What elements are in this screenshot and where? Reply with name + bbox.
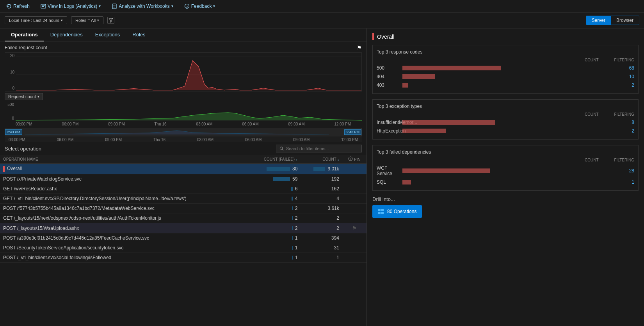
roles-filter[interactable]: Roles = All ▾: [71, 16, 103, 24]
op-pin-cell[interactable]: [342, 204, 366, 213]
op-count-cell: 3.61k: [301, 204, 342, 213]
svg-text:☺: ☺: [185, 5, 188, 8]
table-row[interactable]: POST /x/PrivateWatchdogService.svc 59 19…: [0, 174, 366, 184]
dropdown-label: Request count: [8, 94, 36, 99]
op-pin-cell[interactable]: [342, 233, 366, 243]
op-pin-cell[interactable]: [342, 253, 366, 263]
drill-into-title: Drill into...: [372, 196, 639, 202]
pin-button[interactable]: ⚑: [352, 225, 357, 231]
range-handle-right[interactable]: 2:43 PM: [344, 129, 361, 135]
panel-row[interactable]: WCF Service 28: [377, 164, 634, 178]
tab-operations[interactable]: Operations: [5, 29, 44, 41]
failed-request-chart[interactable]: 20 10 0: [5, 52, 362, 91]
panel-row[interactable]: InsufficientMemor... 8: [377, 118, 634, 127]
tab-exceptions[interactable]: Exceptions: [89, 29, 126, 41]
panel-row[interactable]: 403 2: [377, 81, 634, 90]
tab-roles[interactable]: Roles: [126, 29, 151, 41]
exception-types-header: COUNT FILTERING: [377, 112, 634, 116]
exception-types-title: Top 3 exception types: [377, 104, 634, 109]
filter-icon-btn[interactable]: [107, 17, 114, 24]
op-count-failed-cell: 6: [248, 184, 301, 194]
panel-row[interactable]: 500 68: [377, 64, 634, 72]
col-operation-name: OPERATION NAME: [0, 155, 248, 164]
table-row[interactable]: POST /_vti_bin/client.svc/social.followi…: [0, 253, 366, 263]
panel-bar: [402, 74, 435, 79]
col-count-failed[interactable]: COUNT (FAILED) ↑: [248, 155, 301, 164]
feedback-button[interactable]: ☺ Feedback ▾: [182, 3, 218, 10]
request-count-chart[interactable]: 500 0: [5, 102, 362, 121]
table-row[interactable]: POST /f57743b5755b445a8a1346c7a1bd7372/M…: [0, 204, 366, 213]
op-pin-cell[interactable]: [342, 243, 366, 253]
second-y-labels: 500 0: [5, 102, 16, 121]
view-logs-label: View in Logs (Analytics): [48, 4, 97, 9]
panel-row[interactable]: SQL 1: [377, 178, 634, 186]
response-codes-title: Top 3 response codes: [377, 49, 634, 55]
analyze-button[interactable]: Analyze with Workbooks ▾: [109, 3, 176, 10]
range-time-bar: 03:00 PM 06:00 PM 09:00 PM Thu 16 03:00 …: [5, 137, 362, 142]
op-name-cell: POST /_layouts/15/WsaUpload.ashx: [0, 223, 248, 233]
chart-metric-dropdown[interactable]: Request count ▾: [5, 93, 43, 100]
grid-icon: [378, 208, 384, 215]
pin-chart-icon[interactable]: ⚑: [357, 45, 362, 51]
table-row[interactable]: POST /a390e3cf91b2415c8dd9c7d445d12a85/F…: [0, 233, 366, 243]
drill-operations-button[interactable]: 80 Operations: [372, 205, 422, 218]
range-start-label: 2:43 PM: [7, 130, 20, 134]
op-count-failed-cell: 2: [248, 223, 301, 233]
search-input[interactable]: [286, 146, 358, 151]
table-row[interactable]: GET /wv/ResReader.ashx 6 162: [0, 184, 366, 194]
time-axis: 03:00 PM 06:00 PM 09:00 PM Thu 16 03:00 …: [5, 121, 362, 127]
tab-dependencies[interactable]: Dependencies: [44, 29, 89, 41]
op-count-failed-cell: 2: [248, 204, 301, 213]
panel-row-label: InsufficientMemor...: [377, 120, 400, 125]
op-pin-cell[interactable]: ⚑: [342, 223, 366, 233]
svg-rect-21: [378, 212, 381, 214]
browser-toggle-btn[interactable]: Browser: [611, 16, 639, 25]
operations-section-title: Select operation: [5, 146, 41, 152]
panel-bar-container: [402, 129, 618, 133]
panel-bar-container: [402, 66, 618, 70]
operations-table: OPERATION NAME COUNT (FAILED) ↑ COUNT ↕: [0, 155, 366, 263]
operations-header: Select operation: [0, 142, 366, 155]
op-pin-cell[interactable]: [342, 174, 366, 184]
range-selector[interactable]: 2:43 PM 2:43 PM: [5, 128, 362, 136]
chart-section: Failed request count ⚑ 20 10 0: [0, 41, 366, 142]
svg-rect-19: [378, 209, 381, 211]
table-row[interactable]: Overall 80 9.01k: [0, 164, 366, 174]
range-handle-left[interactable]: 2:43 PM: [5, 129, 22, 135]
table-row[interactable]: POST /SecurityTokenServiceApplication/se…: [0, 243, 366, 253]
col-count[interactable]: COUNT ↕: [301, 155, 342, 164]
op-count-cell: 31: [301, 243, 342, 253]
refresh-button[interactable]: Refresh: [4, 3, 32, 10]
range-minimap: [25, 130, 329, 134]
count-bar: [292, 197, 293, 201]
op-count-failed-cell: 1: [248, 243, 301, 253]
table-row[interactable]: GET /_vti_bin/client.svc/SP.Directory.Di…: [0, 194, 366, 204]
operations-section: Select operation OPERATION NAME: [0, 142, 366, 326]
roles-filter-label: Roles = All: [75, 18, 96, 23]
server-toggle-btn[interactable]: Server: [586, 16, 611, 25]
panel-row[interactable]: HttpException 2: [377, 127, 634, 135]
main-content: Operations Dependencies Exceptions Roles…: [0, 29, 644, 326]
svg-point-15: [280, 147, 282, 149]
op-name-cell: POST /f57743b5755b445a8a1346c7a1bd7372/M…: [0, 204, 248, 213]
op-pin-cell[interactable]: [342, 194, 366, 204]
info-icon[interactable]: i: [348, 156, 353, 161]
op-pin-cell[interactable]: [342, 164, 366, 174]
op-pin-cell[interactable]: [342, 213, 366, 223]
op-count-cell: 4: [301, 194, 342, 204]
op-count-cell: 1: [301, 253, 342, 263]
chevron-down-icon-4: ▾: [61, 18, 63, 22]
op-pin-cell[interactable]: [342, 184, 366, 194]
search-box[interactable]: [276, 145, 362, 152]
filter-bar: Local Time : Last 24 hours ▾ Roles = All…: [0, 13, 644, 29]
count-bar: [291, 187, 293, 191]
table-row[interactable]: POST /_layouts/15/WsaUpload.ashx 2 2 ⚑: [0, 223, 366, 233]
failed-request-svg: [16, 53, 361, 92]
chevron-down-icon-5: ▾: [97, 18, 99, 22]
op-count-cell: 394: [301, 233, 342, 243]
panel-count: 68: [621, 65, 634, 71]
panel-row[interactable]: 404 10: [377, 72, 634, 81]
time-filter[interactable]: Local Time : Last 24 hours ▾: [5, 16, 67, 24]
view-logs-button[interactable]: View in Logs (Analytics) ▾: [38, 3, 103, 10]
table-row[interactable]: GET /_layouts/15/next/odspnext/odsp-next…: [0, 213, 366, 223]
